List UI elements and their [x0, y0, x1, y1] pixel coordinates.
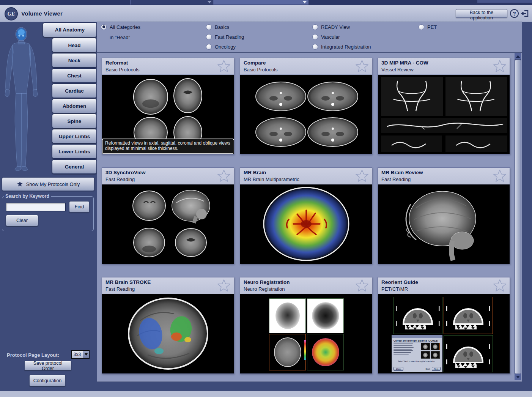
exit-icon[interactable]: [520, 9, 530, 18]
protocol-card-3d-synchroview[interactable]: 3D SynchroView Fast Reading: [102, 167, 234, 264]
favorite-star-icon[interactable]: [493, 60, 507, 73]
protocol-card-mr-brain-review[interactable]: MR Brain Review Fast Reading: [378, 167, 510, 264]
protocol-title: Reformat: [105, 60, 230, 66]
layout-dropdown[interactable]: 3x3: [71, 350, 90, 359]
favorite-star-icon[interactable]: [355, 170, 369, 183]
favorite-star-icon[interactable]: [493, 279, 507, 293]
anatomy-button-abdomen[interactable]: Abdomen: [52, 99, 97, 113]
dialog-next-button[interactable]: Next: [432, 367, 441, 371]
favorite-star-icon[interactable]: [355, 60, 369, 73]
radio-label-all-categories: All Categories: [110, 24, 140, 30]
protocol-subtitle: Vessel Review: [381, 66, 506, 73]
anatomy-body-figure[interactable]: [1, 26, 42, 177]
show-my-protocols-label: Show My Protocols Only: [26, 181, 80, 187]
top-dropdown-left[interactable]: [130, 0, 214, 5]
protocol-thumbnail[interactable]: Correct the left/right balance (CORLB) S…: [378, 294, 510, 373]
protocol-card-neuro-registration[interactable]: Neuro Registration Neuro Registration: [240, 277, 372, 374]
protocol-card-header: MR Brain MR Brain Multiparametric: [240, 168, 372, 184]
radio-label-fast-reading: Fast Reading: [215, 34, 244, 40]
coronal-ct-panel-active: [444, 297, 493, 334]
protocol-card-reorient-guide[interactable]: Reorient Guide PET/CT/MR Correct the lef…: [378, 277, 510, 374]
anatomy-button-chest[interactable]: Chest: [52, 68, 97, 83]
clear-button[interactable]: Clear: [6, 215, 38, 226]
top-strip-segment: [477, 0, 532, 3]
protocol-subtitle: Fast Reading: [381, 176, 506, 183]
protocol-thumbnail[interactable]: [378, 75, 510, 154]
anatomy-button-general[interactable]: General: [52, 159, 97, 174]
search-by-keyword-group: Search by Keyword Find Clear: [2, 196, 94, 231]
anatomy-button-spine[interactable]: Spine: [52, 114, 97, 128]
protocol-card-reformat[interactable]: Reformat Basic Protocols Reformatted vie…: [102, 58, 234, 154]
protocol-card-header: MR Brain Review Fast Reading: [378, 168, 510, 184]
search-input[interactable]: [6, 203, 66, 211]
protocol-card-3d-mip-mra-cow[interactable]: 3D MIP MRA - COW Vessel Review: [378, 58, 510, 154]
chevron-down-icon: [303, 1, 307, 3]
protocol-card-mr-brain-stroke[interactable]: MR Brain STROKE Fast Reading: [102, 277, 234, 374]
arrow-up-icon: [516, 55, 520, 58]
protocol-thumbnail[interactable]: [102, 294, 234, 373]
bottom-strip: [0, 391, 532, 397]
favorite-star-icon[interactable]: [493, 170, 507, 183]
scroll-up-button[interactable]: [515, 53, 521, 59]
protocol-page-layout-label: Protocol Page Layout:: [7, 352, 59, 358]
anatomy-button-neck[interactable]: Neck: [52, 53, 97, 68]
fused-color-panel: [307, 334, 344, 370]
protocol-title: Reorient Guide: [381, 279, 506, 286]
radio-integrated-registration[interactable]: [313, 44, 318, 49]
protocol-thumbnail[interactable]: Reformatted views in axial, sagittal, co…: [102, 75, 234, 154]
protocol-card-header: Neuro Registration Neuro Registration: [240, 277, 372, 294]
radio-vascular[interactable]: [313, 35, 318, 39]
protocol-subtitle: Basic Protocols: [105, 66, 230, 73]
radio-pet[interactable]: [419, 25, 424, 30]
anatomy-button-lower-limbs[interactable]: Lower Limbs: [52, 144, 97, 159]
favorite-star-icon[interactable]: [355, 279, 369, 293]
protocol-thumbnail[interactable]: [240, 294, 372, 373]
protocol-card-header: MR Brain STROKE Fast Reading: [102, 277, 234, 294]
favorite-star-icon[interactable]: [217, 60, 231, 73]
chevron-down-icon: [208, 1, 211, 3]
anatomy-button-cardiac[interactable]: Cardiac: [52, 83, 97, 98]
help-icon[interactable]: ?: [510, 9, 519, 18]
save-protocol-order-button[interactable]: Save protocol Order: [24, 361, 71, 370]
protocol-title: 3D SynchroView: [105, 169, 230, 176]
favorite-star-icon[interactable]: [217, 279, 231, 293]
scroll-down-button[interactable]: [515, 374, 521, 380]
protocol-thumbnail[interactable]: [240, 184, 372, 264]
dialog-title-bar: [392, 335, 442, 338]
radio-oncology[interactable]: [206, 44, 211, 49]
protocol-thumbnail[interactable]: [378, 184, 510, 264]
radio-fast-reading[interactable]: [206, 35, 211, 39]
protocol-card-mr-brain[interactable]: MR Brain MR Brain Multiparametric: [240, 167, 372, 264]
dialog-close-button[interactable]: Close: [393, 367, 403, 371]
protocol-subtitle: Basic Protocols: [244, 66, 368, 73]
protocol-thumbnail[interactable]: [240, 75, 372, 154]
protocol-card-header: Reformat Basic Protocols: [102, 58, 234, 75]
protocol-card-compare[interactable]: Compare Basic Protocols: [240, 58, 372, 154]
back-to-application-button[interactable]: Back to the application: [456, 9, 507, 18]
find-button[interactable]: Find: [69, 201, 90, 213]
protocol-card-header: Reorient Guide PET/CT/MR: [378, 277, 510, 294]
scrollbar-thumb[interactable]: [515, 60, 521, 374]
anatomy-button-upper-limbs[interactable]: Upper Limbs: [52, 129, 97, 143]
volume-viewer-window: GE Volume Viewer Back to the application…: [0, 0, 532, 397]
radio-basics[interactable]: [206, 25, 211, 30]
radio-label-oncology: Oncology: [215, 44, 236, 50]
show-my-protocols-button[interactable]: Show My Protocols Only: [2, 177, 94, 191]
configuration-button[interactable]: Configuration: [29, 375, 66, 386]
anatomy-button-all-anatomy[interactable]: All Anatomy: [43, 22, 97, 37]
protocol-title: Compare: [244, 60, 368, 66]
vertical-scrollbar[interactable]: [515, 53, 521, 380]
anatomy-button-head[interactable]: Head: [52, 38, 97, 52]
dialog-back-button[interactable]: Back: [425, 368, 430, 370]
radio-all-categories[interactable]: [101, 25, 106, 30]
top-dropdown-right[interactable]: [214, 0, 308, 5]
protocol-card-header: 3D SynchroView Fast Reading: [102, 168, 234, 184]
protocol-thumbnail[interactable]: [102, 184, 234, 264]
chevron-down-icon[interactable]: [83, 351, 89, 358]
protocol-subtitle: Neuro Registration: [244, 286, 368, 292]
favorite-star-icon[interactable]: [217, 170, 231, 183]
protocol-card-header: 3D MIP MRA - COW Vessel Review: [378, 58, 510, 75]
dialog-text-lines: [393, 343, 420, 359]
protocol-subtitle: MR Brain Multiparametric: [244, 176, 368, 183]
radio-ready-view[interactable]: [313, 25, 318, 30]
